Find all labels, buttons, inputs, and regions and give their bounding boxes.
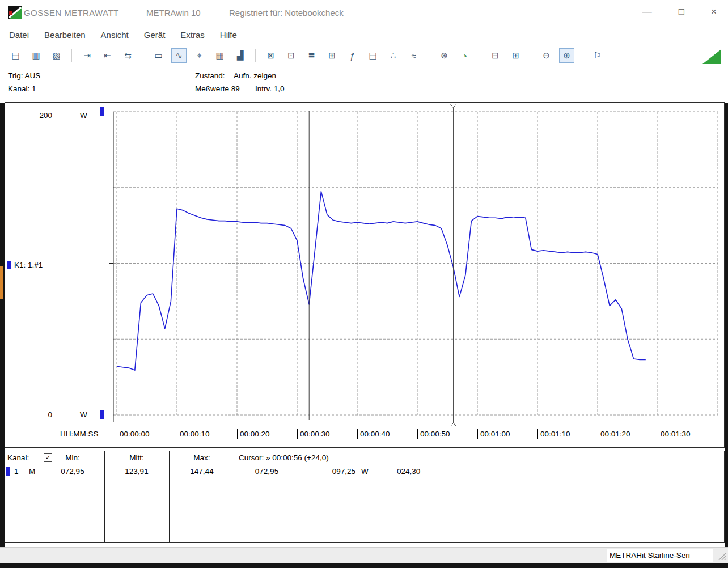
- device-receive-icon[interactable]: ⇤: [100, 48, 115, 63]
- print-preview-icon[interactable]: ⊞: [508, 48, 523, 63]
- status-bar: METRAHit Starline-Seri: [0, 547, 728, 563]
- settings-icon[interactable]: ⊛: [437, 48, 452, 63]
- channel-legend: K1: 1.#1: [7, 261, 43, 269]
- x-axis-tick-label: 00:01:20: [598, 429, 630, 439]
- row-delta-value: 024,30: [397, 467, 420, 476]
- device-screen-icon[interactable]: ⊞: [324, 48, 340, 63]
- x-axis-tick-label: 00:00:10: [177, 429, 210, 439]
- x-axis-tick-label: 00:00:40: [357, 429, 390, 439]
- table-divider: [41, 451, 41, 542]
- row-mode: M: [29, 467, 35, 476]
- view-curve-icon[interactable]: ∿: [171, 48, 187, 63]
- measurement-table: Kanal: ✓ Min: Mitt: Max: Cursor: » 00:00…: [5, 451, 725, 543]
- view-crosshair-icon[interactable]: ⌖: [192, 48, 207, 63]
- messwerte-status: Meßwerte 89: [195, 84, 240, 93]
- desktop-edge-right: [725, 103, 728, 547]
- x-axis-tick-label: 00:01:00: [477, 429, 510, 439]
- row-channel-number: 1: [14, 467, 19, 476]
- device-name-field: METRAHit Starline-Seri: [607, 549, 713, 562]
- table-divider: [383, 464, 383, 542]
- desktop-edge-accent: [0, 266, 3, 299]
- x-axis-tick-label: 00:01:30: [658, 429, 691, 439]
- print-icon[interactable]: ⊟: [488, 48, 503, 63]
- toolbar: ▤▥▧⇥⇤⇆▭∿⌖▦▟⊠⊡≣⊞ƒ▤∴≈⊛◔⊟⊞⊖⊕⚐: [0, 44, 728, 67]
- desktop-edge-left: [0, 103, 5, 568]
- row-min-value: 072,95: [41, 467, 104, 476]
- app-title: METRAwin 10: [146, 8, 201, 18]
- toolbar-separator: [71, 49, 72, 62]
- file-open-icon[interactable]: ▤: [8, 48, 23, 63]
- channel-color-swatch: [7, 261, 11, 269]
- x-axis-tick-label: 00:00:30: [297, 429, 330, 439]
- scatter-view-icon[interactable]: ∴: [386, 48, 401, 63]
- table-header-kanal: Kanal:: [7, 453, 29, 462]
- formula-icon[interactable]: ƒ: [345, 48, 360, 63]
- window-controls: — □ ×: [642, 5, 717, 19]
- table-header-cursor: Cursor: » 00:00:56 (+24,0): [239, 453, 329, 462]
- toolbar-separator: [582, 49, 582, 62]
- toolbar-separator: [480, 49, 480, 62]
- x-axis-title: HH:MM:SS: [60, 430, 99, 438]
- connection-level-indicator: [702, 49, 721, 64]
- annotation-icon[interactable]: ⚐: [590, 48, 605, 63]
- y-axis-max-label: 200: [32, 111, 52, 120]
- minimize-button[interactable]: —: [642, 5, 652, 19]
- channel-status: Kanal: 1: [8, 84, 36, 93]
- zustand-value: Aufn. zeigen: [234, 71, 276, 80]
- wave-view-icon[interactable]: ≈: [406, 48, 421, 63]
- toolbar-separator: [531, 49, 531, 62]
- menu-ansicht[interactable]: Ansicht: [101, 30, 129, 40]
- brand-text: GOSSEN METRAWATT: [24, 8, 119, 18]
- toolbar-separator: [255, 49, 256, 62]
- resize-grip-icon[interactable]: [717, 551, 727, 561]
- table-divider: [169, 451, 170, 542]
- channel-legend-label: K1: 1.#1: [14, 261, 43, 269]
- device-transfer-icon[interactable]: ⇆: [120, 48, 136, 63]
- menu-hilfe[interactable]: Hilfe: [220, 30, 237, 40]
- interval-status: Intrv. 1,0: [255, 84, 285, 93]
- view-histogram-icon[interactable]: ▟: [232, 48, 248, 63]
- table-header-mitt: Mitt:: [104, 453, 169, 462]
- view-numeric-icon[interactable]: ▭: [151, 48, 166, 63]
- table-divider: [104, 451, 105, 542]
- y-axis-unit-top: W: [80, 111, 87, 120]
- chart-plot-area[interactable]: [5, 103, 725, 448]
- registration-text: Registriert für: Notebookcheck: [229, 8, 344, 18]
- view-table-icon[interactable]: ▦: [212, 48, 227, 63]
- close-button[interactable]: ×: [711, 5, 717, 19]
- zoom-out-icon[interactable]: ⊖: [539, 48, 554, 63]
- desktop-edge-bottom: [0, 563, 728, 568]
- menu-datei[interactable]: Datei: [9, 30, 29, 40]
- menu-bearbeiten[interactable]: Bearbeiten: [44, 30, 86, 40]
- title-bar: GOSSEN METRAWATT METRAwin 10 Registriert…: [0, 0, 728, 26]
- toolbar-separator: [143, 49, 143, 62]
- x-axis-tick-label: 00:00:50: [417, 429, 450, 439]
- table-header-max: Max:: [169, 453, 235, 462]
- row-cursor1-value: 072,95: [235, 467, 299, 476]
- file-save-icon[interactable]: ▥: [28, 48, 44, 63]
- maximize-button[interactable]: □: [679, 5, 684, 19]
- trigger-status: Trig: AUS: [8, 71, 40, 80]
- device-display-icon[interactable]: ≣: [304, 48, 319, 63]
- cursor-header-divider: [235, 464, 724, 464]
- y-axis-min-label: 0: [32, 410, 52, 419]
- x-axis-tick-label: 00:00:00: [117, 429, 150, 439]
- menu-geraet[interactable]: Gerät: [144, 30, 166, 40]
- menu-bar: Datei Bearbeiten Ansicht Gerät Extras Hi…: [0, 26, 728, 44]
- memory-card-icon[interactable]: ▤: [365, 48, 380, 63]
- row-cursor2-unit: W: [361, 467, 369, 476]
- toolbar-separator: [429, 49, 429, 62]
- file-export-icon[interactable]: ▧: [49, 48, 64, 63]
- y-axis-unit-bottom: W: [80, 410, 87, 419]
- x-axis-tick-label: 00:00:20: [237, 429, 270, 439]
- x-axis-tick-label: 00:01:10: [537, 429, 570, 439]
- table-divider: [235, 451, 235, 542]
- zoom-in-icon[interactable]: ⊕: [559, 48, 574, 63]
- menu-extras[interactable]: Extras: [180, 30, 205, 40]
- device-send-icon[interactable]: ⇥: [79, 48, 95, 63]
- zustand-label: Zustand:: [195, 71, 225, 80]
- row-max-value: 147,44: [169, 467, 235, 476]
- monitor-export-icon[interactable]: ⊠: [263, 48, 278, 63]
- timer-icon[interactable]: ◔: [457, 48, 472, 63]
- monitor-import-icon[interactable]: ⊡: [283, 48, 299, 63]
